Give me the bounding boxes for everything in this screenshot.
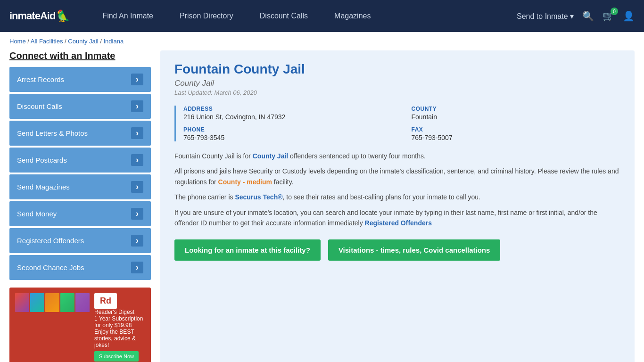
looking-for-inmate-button[interactable]: Looking for an inmate at this facility? xyxy=(174,239,321,261)
cart-badge: 0 xyxy=(611,8,618,15)
sidebar-item-discount-calls[interactable]: Discount Calls › xyxy=(9,94,151,119)
sidebar-item-send-money[interactable]: Send Money › xyxy=(9,201,151,226)
nav-find-inmate[interactable]: Find An Inmate xyxy=(89,12,166,20)
ad-text: 1 Year Subscription for only $19.98 xyxy=(94,315,145,329)
fax-label: FAX xyxy=(412,126,621,133)
sidebar-item-label: Send Magazines xyxy=(17,183,70,191)
sidebar-item-second-chance-jobs[interactable]: Second Chance Jobs › xyxy=(9,255,151,280)
nav-prison-directory[interactable]: Prison Directory xyxy=(166,12,247,20)
securus-tech-link[interactable]: Securus Tech® xyxy=(235,193,282,201)
sidebar-menu: Arrest Records › Discount Calls › Send L… xyxy=(9,67,151,280)
ad-brand: Reader's Digest xyxy=(94,309,145,315)
county-value: Fountain xyxy=(412,113,621,121)
nav-discount-calls[interactable]: Discount Calls xyxy=(247,12,321,20)
search-icon[interactable]: 🔍 xyxy=(582,10,594,22)
chevron-right-icon: › xyxy=(131,208,143,220)
nav-right: Send to Inmate ▾ 🔍 🛒 0 👤 xyxy=(517,10,635,22)
registered-offenders-link[interactable]: Registered Offenders xyxy=(365,219,432,227)
chevron-right-icon: › xyxy=(131,74,143,85)
chevron-right-icon: › xyxy=(131,100,143,112)
sidebar-item-label: Arrest Records xyxy=(17,75,64,83)
sidebar: Connect with an Inmate Arrest Records › … xyxy=(9,50,151,362)
nav-links: Find An Inmate Prison Directory Discount… xyxy=(89,12,517,20)
sidebar-item-label: Second Chance Jobs xyxy=(17,263,84,272)
breadcrumb: Home / All Facilities / County Jail / In… xyxy=(0,32,644,50)
sidebar-item-send-postcards[interactable]: Send Postcards › xyxy=(9,148,151,173)
advertisement-banner: Rd Reader's Digest 1 Year Subscription f… xyxy=(9,288,151,362)
cart-icon[interactable]: 🛒 0 xyxy=(603,10,614,22)
sidebar-item-label: Discount Calls xyxy=(17,102,62,110)
chevron-right-icon: › xyxy=(131,235,143,247)
user-icon[interactable]: 👤 xyxy=(623,10,635,22)
navbar: inmateAid 🦜 Find An Inmate Prison Direct… xyxy=(0,0,644,32)
sidebar-title: Connect with an Inmate xyxy=(9,50,151,61)
sidebar-item-label: Registered Offenders xyxy=(17,237,84,245)
facility-desc-2: All prisons and jails have Security or C… xyxy=(174,166,620,187)
sidebar-item-label: Send Postcards xyxy=(17,156,67,164)
facility-last-updated: Last Updated: March 06, 2020 xyxy=(174,89,620,96)
nav-magazines[interactable]: Magazines xyxy=(321,12,384,20)
chevron-right-icon: › xyxy=(131,154,143,166)
subscribe-button[interactable]: Subscribe Now xyxy=(94,351,139,362)
fax-block: FAX 765-793-5007 xyxy=(412,126,621,141)
facility-title: Fountain County Jail xyxy=(174,62,620,77)
facility-type: County Jail xyxy=(174,79,620,88)
ad-subtext: Enjoy the BEST stories, advice & jokes! xyxy=(94,329,145,348)
address-block: ADDRESS 216 Union St, Covington, IN 4793… xyxy=(183,106,393,121)
facility-desc-1: Fountain County Jail is for County Jail … xyxy=(174,151,620,161)
phone-block: PHONE 765-793-3545 xyxy=(183,126,393,141)
breadcrumb-county-jail[interactable]: County Jail xyxy=(68,38,98,45)
sidebar-item-arrest-records[interactable]: Arrest Records › xyxy=(9,67,151,92)
breadcrumb-state[interactable]: Indiana xyxy=(103,38,124,45)
county-block: COUNTY Fountain xyxy=(412,106,621,121)
facility-content: Fountain County Jail County Jail Last Up… xyxy=(160,50,635,362)
breadcrumb-all-facilities[interactable]: All Facilities xyxy=(31,38,63,45)
breadcrumb-home[interactable]: Home xyxy=(9,38,26,45)
facility-details: ADDRESS 216 Union St, Covington, IN 4793… xyxy=(174,106,620,141)
phone-value: 765-793-3545 xyxy=(183,134,393,141)
main-container: Connect with an Inmate Arrest Records › … xyxy=(0,50,644,362)
county-label: COUNTY xyxy=(412,106,621,112)
logo-text: inmateAid xyxy=(9,10,55,22)
visitations-button[interactable]: Visitations - times, rules, Covid cancel… xyxy=(328,239,501,261)
facility-desc-4: If you are unsure of your inmate's locat… xyxy=(174,207,620,229)
chevron-right-icon: › xyxy=(131,181,143,193)
site-logo[interactable]: inmateAid 🦜 xyxy=(9,9,70,23)
phone-label: PHONE xyxy=(183,126,393,133)
chevron-right-icon: › xyxy=(131,127,143,139)
address-value: 216 Union St, Covington, IN 47932 xyxy=(183,113,393,121)
county-medium-link[interactable]: County - medium xyxy=(218,178,272,186)
action-buttons: Looking for an inmate at this facility? … xyxy=(174,239,620,261)
facility-desc-3: The phone carrier is Securus Tech®, to s… xyxy=(174,192,620,202)
fax-value: 765-793-5007 xyxy=(412,134,621,141)
sidebar-item-send-letters[interactable]: Send Letters & Photos › xyxy=(9,121,151,146)
sidebar-item-send-magazines[interactable]: Send Magazines › xyxy=(9,174,151,199)
chevron-right-icon: › xyxy=(131,262,143,273)
address-label: ADDRESS xyxy=(183,106,393,112)
sidebar-item-label: Send Money xyxy=(17,210,57,218)
county-jail-link[interactable]: County Jail xyxy=(253,152,288,160)
sidebar-item-registered-offenders[interactable]: Registered Offenders › xyxy=(9,228,151,253)
readers-digest-logo: Rd xyxy=(94,293,117,309)
sidebar-item-label: Send Letters & Photos xyxy=(17,129,88,137)
logo-icon: 🦜 xyxy=(56,9,70,23)
send-to-inmate-button[interactable]: Send to Inmate ▾ xyxy=(517,12,574,21)
